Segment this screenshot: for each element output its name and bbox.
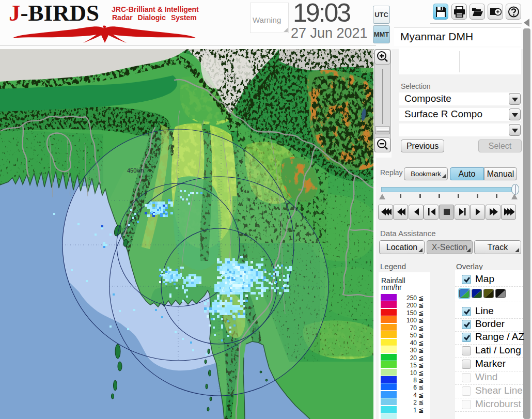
svg-text:450km: 450km xyxy=(127,167,144,174)
